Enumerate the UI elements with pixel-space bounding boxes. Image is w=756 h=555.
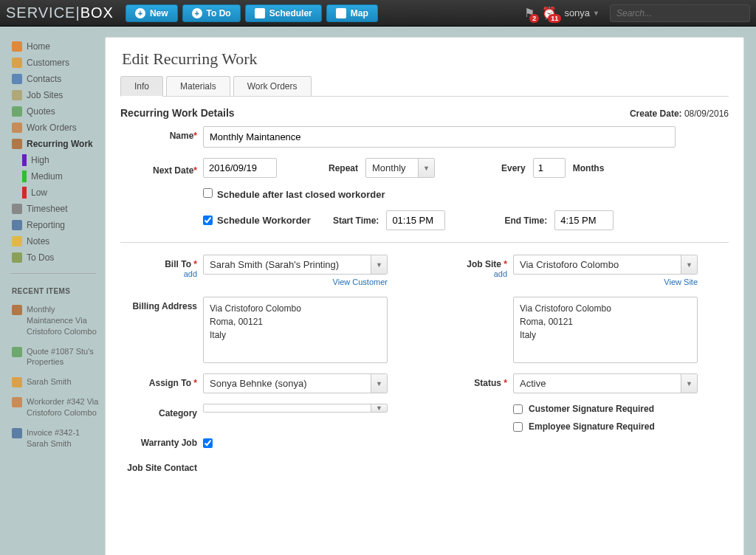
recent-item[interactable]: Invoice #342-1 Sarah Smith (0, 423, 105, 454)
logo: SERVICE|BOX (6, 4, 114, 21)
customers-icon (12, 58, 22, 68)
quote-icon (12, 347, 22, 357)
map-icon (336, 8, 346, 18)
tab-info[interactable]: Info (120, 76, 163, 97)
bill-to-label: Bill To *add (120, 255, 203, 278)
schedule-workorder-checkbox[interactable] (203, 216, 213, 225)
end-time-input[interactable] (554, 210, 614, 230)
warranty-label: Warranty Job (120, 433, 203, 448)
job-site-label: Job Site *add (447, 255, 513, 278)
next-date-input[interactable] (203, 158, 277, 178)
job-site-select[interactable]: Via Cristoforo Colombo▼ (513, 255, 698, 275)
name-label: Name* (120, 126, 203, 141)
nav-workorders[interactable]: Work Orders (0, 120, 105, 136)
end-time-label: End Time: (445, 216, 554, 226)
schedule-workorder-label: Schedule Workorder (217, 215, 311, 226)
start-time-label: Start Time: (311, 216, 386, 226)
priority-swatch (22, 154, 27, 166)
view-customer-link[interactable]: View Customer (203, 278, 388, 286)
bill-to-select[interactable]: Sarah Smith (Sarah's Printing)▼ (203, 255, 388, 275)
nav-todos[interactable]: To Dos (0, 249, 105, 266)
chevron-down-icon: ▼ (371, 374, 387, 393)
priority-swatch (22, 187, 27, 199)
job-site-add-link[interactable]: add (447, 269, 507, 278)
every-input[interactable] (533, 158, 566, 178)
main-panel: Edit Recurring Work Info Materials Work … (105, 37, 744, 555)
nav-recurring-work[interactable]: Recurring Work (0, 136, 105, 152)
section-title: Recurring Work Details (120, 107, 235, 119)
recent-items-header: RECENT ITEMS (0, 277, 105, 300)
customer-signature-label: Customer Signature Required (529, 404, 654, 414)
category-label: Category (120, 404, 203, 418)
recent-item[interactable]: Monthly Maintanence Via Cristoforo Colom… (0, 300, 105, 342)
flag-notification[interactable]: ⚑ 2 (524, 6, 535, 20)
contacts-icon (12, 74, 22, 84)
timesheet-icon (12, 204, 22, 214)
new-button[interactable]: +New (126, 4, 178, 22)
calendar-icon (255, 8, 265, 18)
next-date-label: Next Date* (120, 161, 203, 176)
notif-badge: 11 (548, 14, 561, 23)
employee-signature-checkbox[interactable] (513, 422, 523, 432)
nav-timesheet[interactable]: Timesheet (0, 201, 105, 217)
quotes-icon (12, 106, 22, 117)
months-label: Months (566, 163, 612, 173)
start-time-input[interactable] (386, 210, 445, 230)
user-menu[interactable]: sonya▼ (564, 7, 599, 18)
tabs: Info Materials Work Orders (120, 76, 729, 97)
map-button[interactable]: Map (326, 4, 378, 22)
tab-workorders[interactable]: Work Orders (233, 76, 312, 96)
employee-signature-label: Employee Signature Required (529, 421, 655, 432)
assign-to-select[interactable]: Sonya Behnke (sonya)▼ (203, 373, 388, 393)
workorder-icon (12, 397, 22, 407)
todo-button[interactable]: +To Do (182, 4, 241, 22)
site-address-textarea[interactable]: Via Cristoforo Colombo Roma, 00121 Italy (513, 297, 698, 363)
every-label: Every (435, 163, 533, 173)
customer-icon (12, 377, 22, 387)
repeat-select[interactable]: Monthly▼ (365, 158, 435, 178)
chevron-down-icon: ▼ (681, 374, 697, 393)
recent-item[interactable]: Workorder #342 Via Cristoforo Colombo (0, 392, 105, 423)
notif-badge: 2 (529, 14, 539, 23)
notes-icon (12, 236, 22, 247)
topbar: SERVICE|BOX +New +To Do Scheduler Map ⚑ … (0, 0, 756, 27)
priority-low[interactable]: Low (0, 185, 105, 201)
nav-customers[interactable]: Customers (0, 55, 105, 71)
chevron-down-icon: ▼ (681, 255, 697, 274)
nav-jobsites[interactable]: Job Sites (0, 87, 105, 103)
customer-signature-checkbox[interactable] (513, 404, 523, 414)
recent-item[interactable]: Sarah Smith (0, 372, 105, 392)
jobsite-contact-label: Job Site Contact (120, 458, 203, 473)
schedule-after-label: Schedule after last closed workorder (217, 189, 385, 200)
scheduler-button[interactable]: Scheduler (245, 4, 322, 22)
nav-home[interactable]: Home (0, 38, 105, 55)
workorders-icon (12, 123, 22, 133)
plus-icon: + (135, 8, 145, 18)
caret-down-icon: ▼ (593, 10, 599, 17)
nav-reporting[interactable]: Reporting (0, 217, 105, 233)
warranty-checkbox[interactable] (203, 438, 213, 448)
tab-materials[interactable]: Materials (166, 76, 230, 96)
page-title: Edit Recurring Work (106, 38, 743, 76)
invoice-icon (12, 428, 22, 438)
bill-to-add-link[interactable]: add (120, 269, 197, 278)
nav-quotes[interactable]: Quotes (0, 103, 105, 120)
recurring-icon (12, 305, 22, 315)
name-input[interactable] (203, 126, 676, 148)
create-date: Create Date: 08/09/2016 (630, 108, 729, 119)
priority-high[interactable]: High (0, 152, 105, 168)
reporting-icon (12, 220, 22, 230)
clock-notification[interactable]: ⏰ 11 (542, 6, 557, 20)
schedule-after-checkbox[interactable] (203, 188, 213, 198)
search-input[interactable] (610, 4, 750, 22)
chevron-down-icon: ▼ (418, 159, 434, 177)
nav-notes[interactable]: Notes (0, 233, 105, 249)
recent-item[interactable]: Quote #1087 Stu's Properties (0, 342, 105, 373)
category-select[interactable]: ▼ (203, 404, 388, 413)
view-site-link[interactable]: View Site (513, 278, 698, 286)
status-select[interactable]: Active▼ (513, 373, 698, 393)
nav-contacts[interactable]: Contacts (0, 71, 105, 87)
todos-icon (12, 252, 22, 263)
billing-address-textarea[interactable]: Via Cristoforo Colombo Roma, 00121 Italy (203, 297, 388, 363)
priority-medium[interactable]: Medium (0, 168, 105, 185)
